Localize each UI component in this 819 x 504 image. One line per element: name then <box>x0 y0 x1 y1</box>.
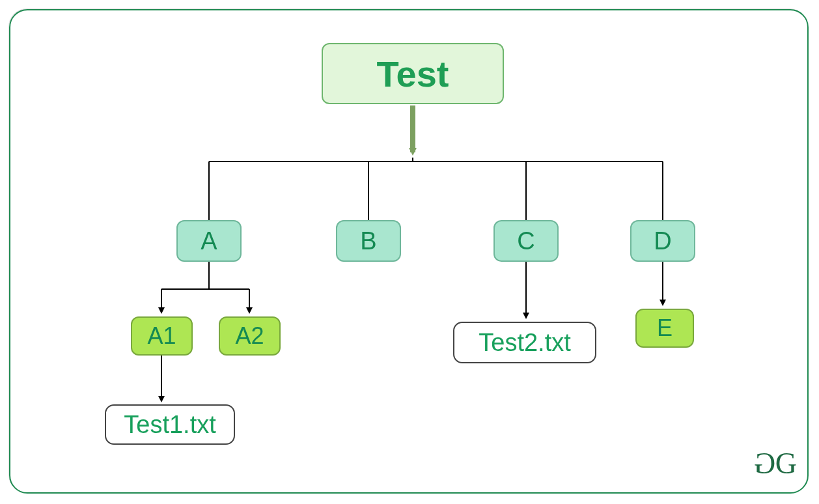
node-folder-e: E <box>635 309 694 348</box>
node-root-label: Test <box>377 53 449 95</box>
node-folder-d: D <box>630 220 695 262</box>
node-root-test: Test <box>322 43 504 104</box>
node-a2-label: A2 <box>235 322 264 350</box>
logo-right-glyph: G <box>775 447 793 480</box>
file-test2-label: Test2.txt <box>479 329 571 357</box>
node-a1-label: A1 <box>147 322 176 350</box>
file-test1-label: Test1.txt <box>124 411 216 439</box>
node-folder-a2: A2 <box>219 316 281 356</box>
node-file-test1: Test1.txt <box>105 404 235 445</box>
node-folder-a1: A1 <box>131 316 193 356</box>
node-file-test2: Test2.txt <box>453 322 596 363</box>
node-b-label: B <box>360 227 376 255</box>
brand-logo: GG <box>758 446 793 481</box>
diagram-frame: Test A B C D A1 A2 E Test1.txt Test2.txt… <box>9 9 809 494</box>
node-a-label: A <box>201 227 217 255</box>
node-folder-c: C <box>493 220 559 262</box>
node-d-label: D <box>654 227 671 255</box>
node-folder-a: A <box>176 220 242 262</box>
node-folder-b: B <box>336 220 401 262</box>
node-c-label: C <box>517 227 534 255</box>
node-e-label: E <box>657 315 673 342</box>
logo-left-glyph: G <box>758 446 775 481</box>
